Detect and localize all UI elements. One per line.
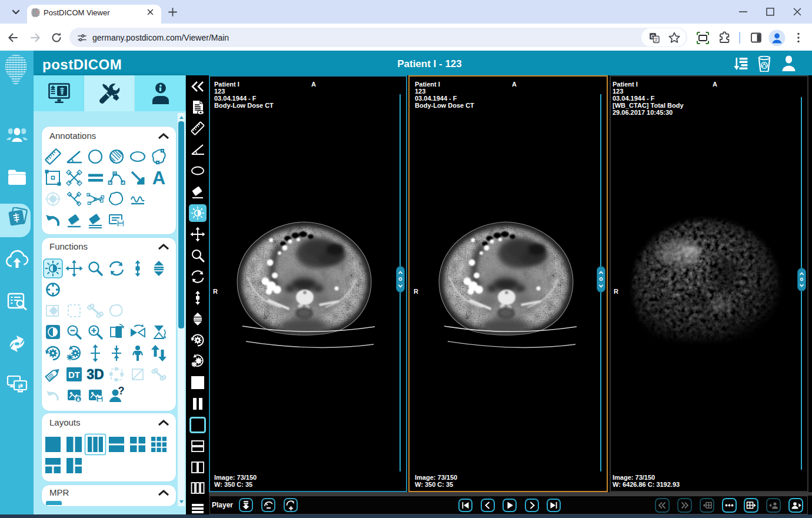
svg-text:A: A bbox=[152, 168, 165, 188]
svg-text:?: ? bbox=[118, 385, 125, 397]
svg-text:DT: DT bbox=[68, 370, 80, 380]
svg-text:3D: 3D bbox=[86, 367, 104, 382]
svg-text:文: 文 bbox=[654, 37, 658, 42]
